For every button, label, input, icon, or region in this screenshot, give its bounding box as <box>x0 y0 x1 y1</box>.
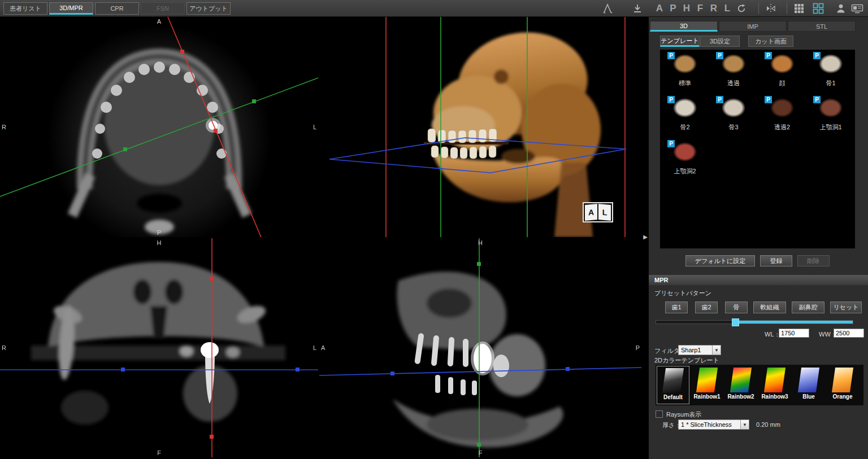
template-thumbnail <box>721 54 747 76</box>
filter-select[interactable]: Sharp1 ▼ <box>678 345 721 355</box>
slider-handle[interactable] <box>732 318 739 326</box>
top-toolbar: 患者リスト 3D/MPR CPR FSN アウトプット A P H F R L <box>0 0 868 17</box>
viewport-sagittal[interactable]: H A P F <box>319 238 641 457</box>
coronal-crosshair-overlay[interactable] <box>0 238 318 457</box>
template-thumbnail <box>672 98 698 120</box>
template-thumbnail <box>769 54 795 76</box>
template-item[interactable]: P 透過2 <box>758 96 806 140</box>
display-settings-icon[interactable] <box>850 2 864 15</box>
tab-cpr[interactable]: CPR <box>95 2 139 15</box>
measure-icon[interactable] <box>601 2 614 15</box>
color-template-rainbow3[interactable]: Rainbow3 <box>758 366 791 404</box>
toolbar-separator <box>787 3 787 14</box>
delete-button: 削除 <box>797 255 830 266</box>
orient-p-button[interactable]: P <box>667 2 679 15</box>
template-label: 標準 <box>661 79 709 88</box>
preset-tooth2-button[interactable]: 歯2 <box>695 301 718 313</box>
orientation-cube[interactable]: A L <box>583 202 613 222</box>
template-thumbnail <box>672 54 698 76</box>
preset-bone-button[interactable]: 骨 <box>725 301 748 313</box>
orient-l-button[interactable]: L <box>721 2 734 15</box>
orientation-cube-face-l: L <box>598 204 611 221</box>
template-item[interactable]: P 透過 <box>709 52 758 96</box>
template-item[interactable]: P 顔 <box>758 52 806 96</box>
preset-sinus-button[interactable]: 副鼻腔 <box>792 301 824 313</box>
color-swatch <box>832 368 853 392</box>
axial-crosshair-overlay[interactable] <box>0 17 318 237</box>
raysum-checkbox[interactable] <box>656 410 663 418</box>
orient-r-button[interactable]: R <box>708 2 720 15</box>
template-label: 上顎洞1 <box>806 123 855 132</box>
template-label: 骨3 <box>709 123 758 132</box>
user-icon[interactable] <box>834 2 848 15</box>
preset-flag-icon: P <box>765 52 772 59</box>
layout-grid-icon[interactable] <box>792 2 806 15</box>
orient-h-button[interactable]: H <box>680 2 693 15</box>
axial-green-line[interactable] <box>0 78 318 196</box>
panel-tab-stl[interactable]: STL <box>788 21 856 32</box>
template-item[interactable]: P 骨2 <box>661 96 709 140</box>
coronal-label-top: H <box>157 239 162 246</box>
preset-soft-tissue-button[interactable]: 軟組織 <box>753 301 786 313</box>
wl-input[interactable] <box>779 329 809 338</box>
template-item[interactable]: P 骨1 <box>806 52 855 96</box>
color-template-default[interactable]: Default <box>657 366 689 404</box>
template-item[interactable]: P 上顎洞1 <box>806 96 855 140</box>
right-panel: 3D IMP STL テンプレート 3D設定 カット画面 P 標準 P 透過 P… <box>649 17 868 459</box>
template-item[interactable]: P 骨3 <box>709 96 758 140</box>
color-swatch-label: Orange <box>826 394 859 400</box>
panel-collapse-handle[interactable]: ▶ <box>642 231 649 243</box>
color-template-rainbow1[interactable]: Rainbow1 <box>691 366 723 404</box>
preset-flag-icon: P <box>667 140 675 147</box>
slider-fill <box>735 321 853 324</box>
subtab-cut-screen[interactable]: カット画面 <box>748 36 793 47</box>
template-thumbnail <box>818 98 844 120</box>
template-item[interactable]: P 標準 <box>661 52 709 96</box>
panel-tab-imp[interactable]: IMP <box>719 21 787 32</box>
color-template-orange[interactable]: Orange <box>826 366 859 404</box>
axial-label-top: A <box>157 18 161 25</box>
subtab-3d-settings[interactable]: 3D設定 <box>700 36 740 47</box>
orient-a-button[interactable]: A <box>653 2 666 15</box>
viewport-3d-volume[interactable]: A L <box>319 17 641 237</box>
rotate-icon[interactable] <box>735 2 748 15</box>
preset-reset-button[interactable]: リセット <box>830 301 862 313</box>
viewport-coronal[interactable]: H R L F <box>0 238 318 457</box>
chevron-down-icon: ▼ <box>712 346 721 355</box>
template-thumbnail <box>721 98 747 120</box>
coronal-label-bottom: F <box>157 449 161 456</box>
template-label: 骨2 <box>661 123 709 132</box>
ww-input[interactable] <box>834 329 864 338</box>
tab-output[interactable]: アウトプット <box>186 2 231 15</box>
color-swatch-label: Rainbow3 <box>758 394 791 400</box>
viewport-axial[interactable]: A R L P <box>0 17 318 237</box>
orient-f-button[interactable]: F <box>694 2 706 15</box>
color-template-rainbow2[interactable]: Rainbow2 <box>724 366 757 404</box>
thickness-select[interactable]: 1 * SliceThickness ▼ <box>678 419 749 430</box>
register-button[interactable]: 登録 <box>760 255 792 266</box>
panel-tab-3d[interactable]: 3D <box>650 21 718 32</box>
subtab-template[interactable]: テンプレート <box>660 36 700 47</box>
tab-patient-list[interactable]: 患者リスト <box>3 2 47 15</box>
mirror-icon[interactable] <box>764 2 778 15</box>
set-default-button[interactable]: デフォルトに設定 <box>685 255 755 266</box>
thickness-value: 1 * SliceThickness <box>679 420 740 429</box>
layout-split-icon[interactable] <box>811 2 825 15</box>
preset-flag-icon: P <box>765 96 772 103</box>
color-template-blue[interactable]: Blue <box>792 366 825 404</box>
template-item[interactable]: P 上顎洞2 <box>661 140 709 184</box>
wl-label: WL： <box>765 330 780 339</box>
preset-flag-icon: P <box>813 96 821 103</box>
sagittal-crosshair-overlay[interactable] <box>319 238 641 457</box>
orientation-cube-face-a: A <box>585 204 597 221</box>
preset-tooth1-button[interactable]: 歯1 <box>665 301 688 313</box>
preset-flag-icon: P <box>716 96 723 103</box>
wl-ww-slider[interactable] <box>656 320 853 324</box>
sagittal-blue-line[interactable] <box>319 368 641 375</box>
tab-3d-mpr[interactable]: 3D/MPR <box>49 2 93 15</box>
sagittal-label-left: A <box>321 344 325 351</box>
color-swatch <box>662 368 684 393</box>
volume-blue-plane[interactable] <box>329 138 626 173</box>
export-icon[interactable] <box>631 2 644 15</box>
axial-label-left: R <box>2 124 6 130</box>
